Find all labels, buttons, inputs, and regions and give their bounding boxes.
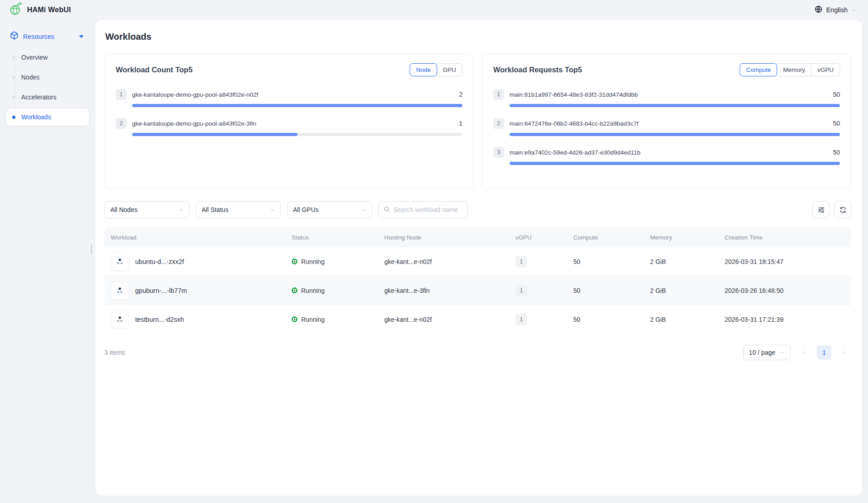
app-title: HAMi WebUI bbox=[27, 6, 71, 14]
language-label: English bbox=[826, 6, 848, 14]
sidebar-item-label: Nodes bbox=[21, 74, 39, 81]
status-filter-select[interactable]: All Status bbox=[196, 201, 281, 218]
node-filter-select[interactable]: All Nodes bbox=[104, 201, 189, 218]
bar-value: 50 bbox=[833, 149, 840, 156]
gpu-filter-select[interactable]: All GPUs bbox=[287, 201, 372, 218]
hosting-node: gke-kant...e-3fln bbox=[378, 287, 509, 294]
status-running-icon bbox=[292, 316, 297, 322]
compute-value: 50 bbox=[567, 316, 644, 323]
sidebar-item-accelerators[interactable]: Accelerators bbox=[6, 89, 89, 106]
status-running-icon bbox=[292, 259, 297, 264]
page-size-value: 10 / page bbox=[749, 349, 775, 356]
requests-toggle-group: Compute Memory vGPU bbox=[740, 63, 840, 76]
col-memory: Memory bbox=[644, 234, 718, 241]
filter-row: All Nodes All Status All GPUs bbox=[104, 201, 851, 218]
sidebar-section-label: Resources bbox=[23, 33, 75, 40]
bar-value: 2 bbox=[459, 91, 462, 98]
sidebar-item-nodes[interactable]: Nodes bbox=[6, 69, 89, 86]
status-running-icon bbox=[292, 287, 297, 293]
sidebar-item-label: Accelerators bbox=[21, 94, 57, 101]
bar-fill bbox=[132, 104, 462, 107]
requests-bar-list: 1 main:81b1a997-6654-48e3-83f2-31dd474df… bbox=[493, 89, 840, 165]
memory-value: 2 GiB bbox=[644, 258, 718, 265]
page-size-select[interactable]: 10 / page bbox=[743, 345, 791, 360]
workload-requests-card: Workload Requests Top5 Compute Memory vG… bbox=[482, 54, 851, 189]
chevron-down-icon bbox=[780, 350, 785, 355]
main-panel: Workloads Workload Count Top5 Node GPU 1… bbox=[95, 20, 862, 496]
bar-fill bbox=[509, 162, 840, 165]
sidebar-resize-handle[interactable] bbox=[91, 244, 92, 254]
rank-badge: 2 bbox=[116, 118, 127, 129]
workload-name[interactable]: gpuburn-...-lb77m bbox=[135, 287, 187, 294]
toggle-vgpu-button[interactable]: vGPU bbox=[811, 63, 840, 76]
pagination: 3 items 10 / page 1 bbox=[104, 345, 851, 360]
workload-name[interactable]: testburn...-d2sxh bbox=[135, 316, 184, 323]
prev-page-button[interactable] bbox=[797, 346, 811, 359]
sidebar-item-overview[interactable]: Overview bbox=[6, 49, 89, 66]
col-vgpu: vGPU bbox=[509, 234, 567, 241]
toggle-memory-button[interactable]: Memory bbox=[777, 63, 811, 76]
status-text: Running bbox=[301, 316, 325, 323]
memory-value: 2 GiB bbox=[644, 316, 718, 323]
bar-track bbox=[509, 162, 840, 165]
sliders-icon bbox=[817, 206, 825, 214]
bar-track bbox=[509, 104, 840, 107]
sidebar-divider bbox=[8, 21, 87, 21]
bar-label: main:e9a7402c-59ed-4d26-ad37-e30d9d4ed11… bbox=[509, 149, 827, 156]
brand: HAMi WebUI bbox=[9, 2, 71, 18]
status-filter-value: All Status bbox=[202, 206, 270, 213]
bullet-dot-icon bbox=[12, 56, 15, 59]
next-page-button[interactable] bbox=[838, 346, 851, 359]
status-text: Running bbox=[301, 287, 325, 294]
bar-fill bbox=[509, 133, 840, 136]
col-hosting-node: Hosting Node bbox=[378, 234, 509, 241]
vgpu-tag: 1 bbox=[515, 314, 527, 325]
col-creation-time: Creation Time bbox=[718, 234, 851, 241]
creation-time: 2026-03-31 17:21:39 bbox=[718, 316, 851, 323]
refresh-button[interactable] bbox=[834, 201, 851, 218]
workload-icon bbox=[111, 310, 129, 329]
search-input[interactable] bbox=[393, 206, 463, 213]
sidebar-item-label: Workloads bbox=[21, 113, 51, 121]
bullet-dot-icon bbox=[12, 96, 15, 99]
bar-fill bbox=[509, 104, 840, 107]
sidebar-item-label: Overview bbox=[21, 54, 47, 61]
node-filter-value: All Nodes bbox=[110, 206, 179, 213]
bullet-dot-icon bbox=[12, 116, 15, 119]
bar-item: 1 gke-kantaloupe-demo-gpu-pool-a843f02e-… bbox=[116, 89, 462, 107]
table-row[interactable]: ubuntu-d...-zxx2f Running gke-kant...e-n… bbox=[104, 247, 851, 276]
search-icon bbox=[383, 206, 390, 214]
bar-item: 2 main:6472476e-06b2-4683-b4cc-b22a9bad3… bbox=[493, 118, 840, 136]
bar-item: 1 main:81b1a997-6654-48e3-83f2-31dd474df… bbox=[493, 89, 840, 107]
sidebar-item-workloads[interactable]: Workloads bbox=[6, 108, 89, 126]
card-title: Workload Requests Top5 bbox=[493, 66, 582, 74]
sidebar-menu: Overview Nodes Accelerators Workloads bbox=[6, 49, 89, 126]
status-text: Running bbox=[301, 258, 325, 265]
page-number-button[interactable]: 1 bbox=[817, 345, 831, 360]
bullet-dot-icon bbox=[12, 76, 15, 79]
refresh-icon bbox=[839, 206, 847, 214]
toggle-gpu-button[interactable]: GPU bbox=[437, 63, 462, 76]
count-bar-list: 1 gke-kantaloupe-demo-gpu-pool-a843f02e-… bbox=[116, 89, 462, 136]
toggle-compute-button[interactable]: Compute bbox=[740, 63, 777, 76]
column-settings-button[interactable] bbox=[812, 201, 830, 218]
bar-item: 2 gke-kantaloupe-demo-gpu-pool-a843f02e-… bbox=[116, 118, 462, 136]
bar-value: 50 bbox=[833, 91, 840, 98]
toggle-node-button[interactable]: Node bbox=[410, 63, 437, 76]
count-toggle-group: Node GPU bbox=[410, 63, 462, 76]
hosting-node: gke-kant...e-n02f bbox=[378, 258, 509, 265]
workload-name[interactable]: ubuntu-d...-zxx2f bbox=[135, 258, 184, 265]
language-selector[interactable]: English bbox=[815, 5, 856, 15]
compute-value: 50 bbox=[567, 258, 644, 265]
bar-track bbox=[132, 104, 462, 107]
bar-value: 1 bbox=[459, 120, 462, 127]
caret-down-icon bbox=[79, 35, 84, 38]
sidebar-section-resources[interactable]: Resources bbox=[6, 28, 89, 45]
chevron-right-icon bbox=[842, 350, 847, 355]
workloads-table: Workload Status Hosting Node vGPU Comput… bbox=[104, 227, 851, 334]
workload-count-card: Workload Count Top5 Node GPU 1 gke-kanta… bbox=[104, 54, 474, 189]
table-row[interactable]: testburn...-d2sxh Running gke-kant...e-n… bbox=[104, 305, 851, 334]
table-row[interactable]: gpuburn-...-lb77m Running gke-kant...e-3… bbox=[104, 276, 851, 305]
bar-track bbox=[509, 133, 840, 136]
bar-item: 3 main:e9a7402c-59ed-4d26-ad37-e30d9d4ed… bbox=[493, 147, 840, 165]
